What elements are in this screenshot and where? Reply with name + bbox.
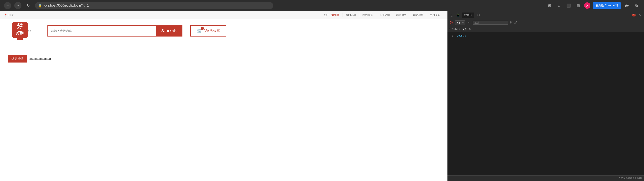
search-area: Search [48, 26, 182, 36]
devtools-toolbar: ⬚ 📱 控制台 >> 1 ⚙ [448, 11, 644, 19]
logo-container: 好 好购 [8, 20, 32, 42]
dt-default-levels-label: 默认级 [510, 21, 517, 24]
top-nav-greeting: 您好，请登录 [320, 13, 342, 17]
forward-button[interactable]: → [14, 2, 22, 9]
back-button[interactable]: ← [4, 2, 11, 9]
issues-settings-icon[interactable]: ⚙ [469, 28, 471, 30]
cart-label: 我的购物车 [204, 29, 220, 33]
vertical-divider [173, 43, 173, 162]
top-nav-right: 您好，请登录 我的订单 我的京东 企业采购 商家服务 网站导航 手机京东 [320, 13, 444, 17]
devtools-cursor-icon[interactable]: ⬚ [449, 12, 454, 18]
window-files-icon[interactable]: 🗁 [623, 2, 630, 9]
dt-filter-input[interactable] [473, 21, 508, 24]
all-windows-icon[interactable]: 所 [633, 2, 640, 9]
dt-eye-icon[interactable]: 👁 [467, 20, 471, 25]
dt-block-icon[interactable]: 🚫 [449, 20, 454, 25]
svg-text:好: 好 [17, 24, 23, 30]
sidebar-icon[interactable]: ▤ [574, 2, 582, 9]
devtools-right-icons: 1 ⚙ [632, 12, 642, 18]
dt-line-number: 1 [449, 34, 453, 37]
devtools-second-row: 🚫 top 👁 默认级 [448, 19, 644, 26]
devtools-panel: ⬚ 📱 控制台 >> 1 ⚙ 🚫 top 👁 默认级 1 个问题： ▶ 1 ⚙ [448, 11, 644, 181]
main-content: 这是按钮 aaaaaaaaaaaaa [0, 43, 448, 162]
address-text: localhost:3000/public/login?id=1 [44, 4, 89, 7]
devtools-third-row: 1 个问题： ▶ 1 ⚙ [448, 26, 644, 32]
bookmark-star-icon[interactable]: ☆ [556, 2, 562, 9]
top-nav-merchant[interactable]: 商家服务 [393, 13, 410, 17]
address-bar[interactable]: 🔒 localhost:3000/public/login?id=1 [35, 2, 273, 9]
dt-code-line: 1 › Login.js [449, 34, 642, 38]
top-nav-enterprise[interactable]: 企业采购 [376, 13, 393, 17]
extensions-icon[interactable]: ⬛ [565, 2, 572, 9]
user-avatar[interactable]: X [584, 2, 590, 9]
browser-actions: ⊞ ☆ ⬛ ▤ X 有新版 Chrome 可 🗁 所 [546, 2, 640, 9]
demo-button[interactable]: 这是按钮 [8, 55, 27, 62]
right-panel [173, 43, 448, 162]
cart-area[interactable]: 🛒 1 我的购物车 [190, 26, 226, 36]
reload-button[interactable]: ↻ [24, 2, 32, 9]
location-area: 📍 山东 [4, 13, 14, 17]
top-nav-navigation[interactable]: 网站导航 [410, 13, 427, 17]
devtools-tab-more[interactable]: >> [475, 13, 483, 17]
devtools-footer-text: CSDN @虾虾鱼板面428 [619, 177, 642, 180]
top-navigation: 📍 山东 您好，请登录 我的订单 我的京东 企业采购 商家服务 网站导航 手机京… [0, 11, 448, 19]
devtools-tab-console[interactable]: 控制台 [462, 12, 474, 18]
location-text: 山东 [8, 13, 14, 17]
left-panel: 这是按钮 aaaaaaaaaaaaa [0, 43, 173, 162]
site-header: 好 好购 Hogo Search 🛒 [0, 19, 448, 43]
devtools-settings-icon[interactable]: ⚙ [637, 12, 642, 18]
dt-chevron-icon[interactable]: › [454, 34, 456, 37]
svg-rect-1 [17, 37, 23, 40]
demo-text: aaaaaaaaaaaaa [30, 57, 51, 60]
top-nav-jd[interactable]: 我的京东 [359, 13, 376, 17]
cart-icon-wrap: 🛒 1 [197, 28, 202, 34]
greeting-text: 您好， [324, 14, 331, 16]
top-nav-orders[interactable]: 我的订单 [342, 13, 359, 17]
cart-badge: 1 [201, 27, 204, 30]
browser-chrome: ← → ↻ 🔒 localhost:3000/public/login?id=1… [0, 0, 644, 11]
page-area: 📍 山东 您好，请登录 我的订单 我的京东 企业采购 商家服务 网站导航 手机京… [0, 11, 644, 181]
back-icon: ← [6, 4, 9, 8]
devtools-footer: CSDN @虾虾鱼板面428 [448, 176, 644, 181]
search-input[interactable] [48, 26, 156, 36]
logo-badge: 好 好购 [10, 20, 30, 41]
reload-icon: ↻ [27, 3, 30, 8]
search-button[interactable]: Search [156, 26, 182, 36]
svg-text:好购: 好购 [16, 31, 24, 35]
location-pin-icon: 📍 [4, 14, 7, 17]
devtools-error-badge: 1 [632, 14, 636, 16]
demo-row: 这是按钮 aaaaaaaaaaaaa [8, 55, 165, 62]
logo-svg: 好 好购 [10, 20, 30, 41]
login-link[interactable]: 请登录 [331, 14, 339, 16]
chrome-update-button[interactable]: 有新版 Chrome 可 [593, 2, 621, 9]
issues-badge[interactable]: ▶ 1 [462, 28, 468, 30]
top-nav-mobile[interactable]: 手机京东 [427, 13, 444, 17]
lock-icon: 🔒 [38, 4, 42, 8]
dt-context-select[interactable]: top [455, 20, 465, 25]
website-content: 📍 山东 您好，请登录 我的订单 我的京东 企业采购 商家服务 网站导航 手机京… [0, 11, 448, 181]
screen-capture-icon[interactable]: ⊞ [546, 2, 553, 9]
devtools-mobile-icon[interactable]: 📱 [456, 12, 461, 18]
issues-count-label: 1 个问题： [449, 28, 460, 31]
dt-filename[interactable]: Login.js [457, 34, 466, 37]
devtools-content: 1 › Login.js [448, 32, 644, 176]
forward-icon: → [16, 4, 20, 8]
